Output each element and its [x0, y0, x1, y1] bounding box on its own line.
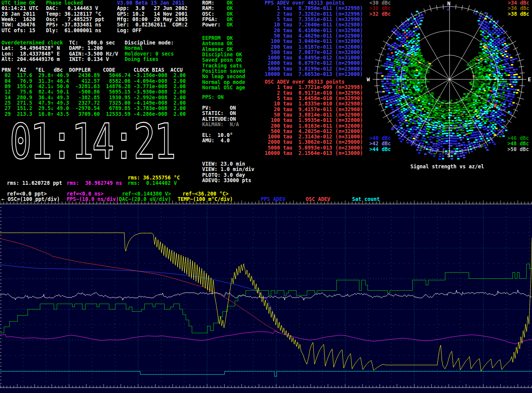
osc-adev-line-5: 20 tau 9.4157e-011 (n=32960)	[265, 107, 363, 112]
scale-pps: PPS~(10.0 ns/div)	[67, 197, 119, 202]
gps-status-line-8: Normal op mode	[202, 80, 245, 85]
fix-modes-line-2: ALTITUDE:ON	[202, 117, 239, 122]
view-block-line-3: ADEVQ: 33000 pts	[202, 178, 254, 183]
rms-osc-line-0: rms: 11.620728 ppt	[7, 181, 62, 186]
fix-modes: PV: ONSTATIC: ONALTITUDE:ONKALMAN: N/A	[202, 105, 239, 127]
polar-caption: Signal strength vs az/el	[410, 164, 484, 169]
version-block-line-3: Mfg: 08:00 20 May 2005	[117, 17, 188, 22]
pps-line: PPS: ON	[202, 95, 224, 100]
legend-nw-line-2: >32 dBc	[369, 12, 391, 17]
signal-strength-polar-map[interactable]	[369, 0, 531, 161]
pps-adev-line-6: 50 tau 4.4629e-011 (n=32900)	[265, 33, 363, 39]
scale-dac: DAC~(20.0 uV/div)	[119, 197, 171, 202]
legend-ne: >34 dBc>36 dBc>38 dBc	[508, 0, 529, 17]
device-status: ROM: OKRAM: OKOSC: OKFPGA: OKPower: OK	[202, 0, 233, 28]
rms-pps: rms: 36.962749 ns	[67, 181, 122, 186]
scale-temp: TEMP~(100 m°C/div)	[178, 197, 233, 202]
pps-line-line-0: PPS: ON	[202, 95, 224, 100]
legend-sw-line-2: >44 dBc	[369, 147, 391, 152]
version-block-line-4: Ser: 0.82362611 COM:2	[117, 22, 188, 28]
pps-adev-line-12: 5000 tau 3.8199e-012 (n=23000)	[265, 66, 363, 72]
osc-block-line-0: Phase locked	[46, 0, 104, 6]
utc-block-line-1: 01:14:21 UTC	[2, 6, 38, 11]
history-plot[interactable]	[0, 200, 532, 393]
version-block-line-5: Log: OFF	[117, 28, 188, 33]
gps-status-line-4: Saved posn OK	[202, 58, 245, 63]
compass-west-label: W	[367, 76, 370, 82]
osc-adev-line-0: OSC ADEV over 46313 points	[265, 79, 363, 85]
legend-ne-line-0: >34 dBc	[508, 0, 529, 6]
osc-block-line-1: DAC: 0.144463 V	[46, 6, 104, 11]
osc-adev-line-7: 100 tau 1.9935e-011 (n=32800)	[265, 118, 363, 123]
compass-east-label: E	[528, 76, 531, 82]
legend-se-line-2: >50 dBc	[507, 147, 529, 152]
scale-oscadev-line-0: OSC ADEV	[306, 197, 330, 202]
rms-pps-line-0: rms: 36.962749 ns	[67, 181, 122, 186]
pps-adev-line-2: 2 tau 7.3262e-011 (n=32996)	[265, 12, 363, 17]
overdetermined: Overdetermined clockLat: 54.4964928° NLo…	[2, 40, 63, 62]
tc-block-line-1: DAMP: 1.200	[69, 46, 118, 51]
discipline-block-line-2: Holdover: 0 secs	[125, 51, 174, 57]
legend-ne-line-1: >36 dBc	[508, 6, 529, 11]
legend-nw: <30 dBc>30 dBc>32 dBc	[369, 0, 391, 17]
osc-block-line-5: Dly: 61.000001 ns	[46, 28, 104, 33]
scale-dac-line-0: DAC~(20.0 uV/div)	[119, 197, 171, 202]
osc-block-line-2: Temp: 36.128117 °C	[46, 12, 104, 17]
utc-block: UTC time OK01:14:21 UTC28 Jan 2011Week: …	[2, 0, 38, 33]
legend-sw-line-1: >42 dBc	[369, 141, 391, 146]
pps-adev-line-13: 10000 tau 7.6653e-013 (n=13000)	[265, 72, 363, 77]
tc-block-line-2: GAIN:-3.500 Hz/V	[69, 51, 118, 57]
discipline-block: Discipline mode:NormalHoldover: 0 secsDo…	[125, 40, 174, 62]
overdetermined-line-3: Alt: 204.46449176 m	[2, 57, 63, 62]
version-block-line-0: V3.00 Beta 15 Jan 2011	[117, 0, 188, 6]
osc-block-line-3: Osc↑ 7.485257 ppt	[46, 17, 104, 22]
osc-adev-line-12: 5000 tau 5.0993e-013 (n=23000)	[265, 145, 363, 151]
rms-dac: rms: 0.144402 V	[128, 181, 177, 186]
scale-osc-line-0: ← OSC=(100 ppt/div)	[2, 197, 60, 202]
gps-status-line-7: No leap second	[202, 74, 245, 79]
discipline-block-line-1: Normal	[125, 46, 174, 51]
tc-block-line-0: TC: 500.0 sec	[69, 40, 118, 46]
osc-adev: OSC ADEV over 46313 points 1 tau 1.7721e…	[265, 79, 363, 156]
sat-table-line-1: 02 117.6 29.8↑ 46.9 2436.89 5046.74 -3.1…	[2, 73, 186, 78]
overdetermined-line-2: Lon: 18.4337848° E	[2, 51, 63, 57]
discipline-block-line-0: Discipline mode:	[125, 40, 174, 46]
gps-status-line-6: Position saved	[202, 69, 245, 74]
osc-adev-line-9: 500 tau 4.2025e-012 (n=32000)	[265, 129, 363, 134]
fix-modes-line-1: STATIC: ON	[202, 111, 239, 116]
utc-block-line-5: UTC ofs: 15	[2, 28, 38, 33]
big-digital-clock: 01:14:21	[10, 113, 182, 172]
pps-adev-line-11: 2000 tau 6.6797e-012 (n=29000)	[265, 61, 363, 66]
osc-adev-line-3: 5 tau 3.6458e-010 (n=32990)	[265, 96, 363, 101]
device-status-line-1: RAM: OK	[202, 6, 233, 11]
device-status-line-3: FPGA: OK	[202, 17, 233, 22]
osc-adev-line-2: 2 tau 8.9171e-010 (n=32996)	[265, 90, 363, 96]
osc-adev-line-10: 1000 tau 2.3143e-012 (n=31000)	[265, 134, 363, 140]
osc-adev-line-6: 50 tau 3.8814e-011 (n=32900)	[265, 112, 363, 118]
view-block-line-0: VIEW: 23.0 min	[202, 161, 254, 167]
gps-status-line-1: Antenna OK	[202, 41, 245, 46]
pps-adev-line-5: 20 tau 6.4160e-011 (n=32960)	[265, 28, 363, 33]
scale-satcount-line-0: Sat count	[352, 197, 380, 202]
discipline-block-line-3: Doing fixes	[125, 57, 174, 62]
osc-block: Phase lockedDAC: 0.144463 VTemp: 36.1281…	[46, 0, 104, 33]
gps-status-line-3: Discipline OK	[202, 52, 245, 58]
scale-temp-line-0: TEMP~(100 m°C/div)	[178, 197, 233, 202]
pps-adev: PPS ADEV over 46313 points 1 tau 8.7050e…	[265, 0, 363, 77]
legend-nw-line-0: <30 dBc	[369, 0, 391, 6]
sat-table-line-3: 09 155.0 42.1↓ 50.0 -3281.63 14876.28 -3…	[2, 84, 186, 89]
sat-table: PRN °AZ °EL dBc DOPPLER CODE CLOCK BIAS …	[2, 67, 186, 117]
fix-modes-line-3: KALMAN: N/A	[202, 122, 239, 127]
osc-block-line-4: PPS↑ -37.833481 ns	[46, 22, 104, 28]
pps-adev-line-4: 10 tau 7.2640e-011 (n=32980)	[265, 22, 363, 28]
legend-se-line-0: >46 dBc	[507, 136, 529, 141]
legend-sw-line-0: >40 dBc	[369, 136, 391, 141]
osc-adev-line-4: 10 tau 1.8335e-010 (n=32980)	[265, 101, 363, 107]
sat-table-line-5: 14 280.9 36.4↓ 49.3 -382.85 1930.95 -2.9…	[2, 95, 186, 100]
osc-adev-line-11: 2000 tau 1.3062e-012 (n=29000)	[265, 140, 363, 145]
fix-modes-line-0: PV: ON	[202, 105, 239, 111]
sat-table-line-6: 25 271.5 47.9↑ 49.3 2327.72 7325.00 -4.1…	[2, 100, 186, 106]
scale-pps-line-0: PPS~(10.0 ns/div)	[67, 197, 119, 202]
overdetermined-line-0: Overdetermined clock	[2, 40, 63, 46]
gps-status-line-5: Tracking sats	[202, 63, 245, 69]
